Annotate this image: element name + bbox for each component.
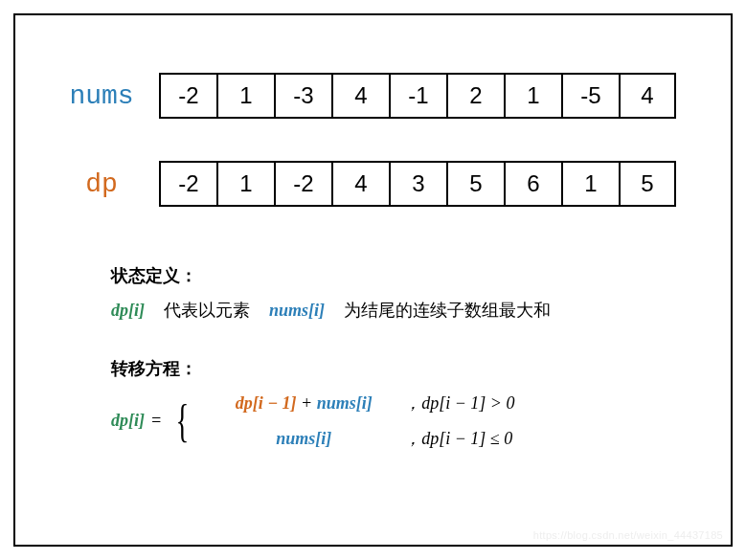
state-def-line: dp[i] 代表以元素 nums[i] 为结尾的连续子数组最大和 [111,295,692,325]
case-1: dp[i − 1] + nums[i] ，dp[i − 1] > 0 [203,388,514,418]
dp-cell: 1 [216,161,274,207]
plus-sign: + [297,393,317,413]
dp-cell: 1 [561,161,619,207]
nums-i-term-3: nums[i] [276,429,331,448]
explanation-block: 状态定义： dp[i] 代表以元素 nums[i] 为结尾的连续子数组最大和 转… [54,260,692,454]
nums-cell: 2 [446,73,504,119]
transition-formula: dp[i] = { dp[i − 1] + nums[i] ，dp[i − 1]… [111,388,692,454]
state-def-title: 状态定义： [111,260,692,291]
nums-cell: -3 [274,73,331,119]
dp-cell: 4 [331,161,389,207]
transition-title: 转移方程： [111,353,692,384]
nums-array: -2 1 -3 4 -1 2 1 -5 4 [159,73,676,119]
cases-block: dp[i − 1] + nums[i] ，dp[i − 1] > 0 nums[… [203,388,514,454]
nums-cell: 4 [331,73,389,119]
dp-label: dp [54,169,159,199]
state-definition: 状态定义： dp[i] 代表以元素 nums[i] 为结尾的连续子数组最大和 [111,260,692,326]
state-def-text1: 代表以元素 [164,301,250,320]
transition-equation: 转移方程： dp[i] = { dp[i − 1] + nums[i] ，dp[… [111,353,692,454]
left-brace-icon: { [176,398,190,444]
dp-cell: 5 [446,161,504,207]
watermark-text: https://blog.csdn.net/weixin_44437185 [533,529,723,541]
nums-cell: 4 [619,73,676,119]
nums-cell: -1 [389,73,446,119]
dp-cell: 3 [389,161,446,207]
diagram-frame: nums -2 1 -3 4 -1 2 1 -5 4 dp -2 1 -2 4 … [13,13,733,547]
nums-cell: 1 [504,73,561,119]
dp-cell: -2 [159,161,216,207]
case1-cond: ，dp[i − 1] > 0 [404,388,514,418]
dp-row: dp -2 1 -2 4 3 5 6 1 5 [54,161,692,207]
dp-i-1-term: dp[i − 1] [236,393,297,413]
case2-expr: nums[i] [203,423,404,454]
dp-array: -2 1 -2 4 3 5 6 1 5 [159,161,676,207]
dp-cell: 5 [619,161,676,207]
nums-i-term: nums[i] [269,301,325,320]
dp-cell: -2 [274,161,331,207]
case1-expr: dp[i − 1] + nums[i] [203,388,404,418]
dp-i-term: dp[i] [111,301,145,320]
equals-sign: = [150,405,162,436]
case-2: nums[i] ，dp[i − 1] ≤ 0 [203,423,514,454]
lhs-dp-i: dp[i] [111,405,145,436]
state-def-text2: 为结尾的连续子数组最大和 [344,301,551,320]
nums-row: nums -2 1 -3 4 -1 2 1 -5 4 [54,73,692,119]
dp-cell: 6 [504,161,561,207]
nums-cell: -5 [561,73,619,119]
nums-cell: -2 [159,73,216,119]
nums-cell: 1 [216,73,274,119]
nums-i-term-2: nums[i] [317,393,373,413]
nums-label: nums [54,81,159,111]
case2-cond: ，dp[i − 1] ≤ 0 [404,423,512,454]
